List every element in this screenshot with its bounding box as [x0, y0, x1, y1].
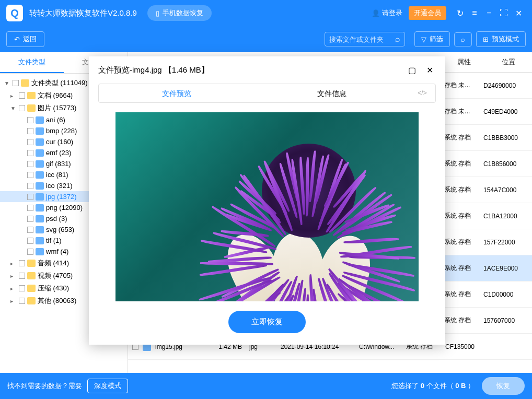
- tree-toggle-icon[interactable]: ▼: [4, 80, 10, 86]
- titlebar: Q 转转大师数据恢复软件V2.0.8.9 ▯ 手机数据恢复 👤 请登录 开通会员…: [0, 0, 532, 26]
- tree-checkbox[interactable]: [27, 194, 33, 200]
- tree-label: cur (160): [46, 138, 73, 146]
- tree-checkbox[interactable]: [27, 227, 33, 233]
- filter-icon: ▽: [421, 36, 426, 43]
- search-box[interactable]: ⌕: [325, 32, 405, 46]
- tree-checkbox[interactable]: [19, 285, 25, 291]
- tree-label: bmp (228): [46, 127, 77, 135]
- modal-maximize-icon[interactable]: ▢: [406, 64, 418, 76]
- tree-toggle-icon[interactable]: ▸: [10, 261, 17, 266]
- cell-pos: 157607000: [483, 317, 528, 324]
- cell-attr: 系统 存档: [444, 264, 483, 273]
- modal-tab-preview[interactable]: 文件预览: [99, 84, 254, 102]
- vip-button[interactable]: 开通会员: [409, 6, 446, 20]
- tree-toggle-icon[interactable]: ▸: [10, 298, 17, 304]
- tree-label: 音频 (414): [38, 259, 69, 268]
- tree-checkbox[interactable]: [19, 92, 25, 99]
- folder-icon: [21, 79, 29, 87]
- file-type-icon: [36, 193, 44, 201]
- tree-checkbox[interactable]: [27, 139, 33, 145]
- cell-attr: 系统 存档: [444, 133, 483, 142]
- cell-attr: 系统 存档: [444, 238, 483, 247]
- deep-mode-button[interactable]: 深度模式: [87, 379, 128, 393]
- tree-checkbox[interactable]: [27, 128, 33, 134]
- cell-pos: 1ACE9E000: [483, 265, 528, 272]
- toolbar: ↶ 返回 ⌕ ▽ 筛选 ⌕ ⊞ 预览模式: [0, 26, 532, 52]
- tree-toggle-icon[interactable]: ▼: [10, 105, 17, 111]
- tree-label: icc (81): [46, 171, 68, 179]
- preview-image: [115, 112, 419, 301]
- tab-file-type[interactable]: 文件类型: [0, 52, 64, 73]
- tree-checkbox[interactable]: [27, 238, 33, 244]
- maximize-icon[interactable]: ⛶: [496, 6, 511, 20]
- col-pos[interactable]: 位置: [485, 52, 532, 72]
- tree-toggle-icon[interactable]: ▸: [10, 93, 17, 99]
- login-link[interactable]: 👤 请登录: [372, 8, 402, 18]
- tree-toggle-icon[interactable]: ▸: [10, 273, 17, 279]
- tree-checkbox[interactable]: [27, 117, 33, 123]
- tree-label: tif (1): [46, 237, 62, 244]
- tree-checkbox[interactable]: [19, 260, 25, 266]
- search-icon[interactable]: ⌕: [395, 34, 400, 44]
- inspect-button[interactable]: ⌕: [454, 32, 472, 46]
- cell-attr: 系统 存档: [444, 290, 483, 299]
- tree-checkbox[interactable]: [27, 216, 33, 222]
- tree-checkbox[interactable]: [19, 298, 25, 304]
- tree-label: jpg (1372): [46, 193, 77, 201]
- tree-label: psd (3): [46, 215, 67, 222]
- tree-label: wmf (4): [46, 248, 68, 255]
- tree-toggle-icon[interactable]: ▸: [10, 286, 17, 291]
- cell-attr: 存档 未...: [444, 107, 483, 116]
- selection-summary: 您选择了 0 个文件（ 0 B ）: [391, 381, 475, 391]
- modal-title: 文件预览-img4.jpg 【1.46 MB】: [98, 65, 400, 75]
- phone-icon: ▯: [156, 9, 159, 17]
- file-type-icon: [36, 149, 44, 157]
- tree-checkbox[interactable]: [27, 172, 33, 178]
- modal-tab-info[interactable]: 文件信息: [254, 84, 409, 102]
- tree-checkbox[interactable]: [19, 105, 25, 111]
- tree-checkbox[interactable]: [27, 183, 33, 189]
- folder-icon: [27, 260, 36, 267]
- folder-icon: [27, 92, 36, 99]
- file-type-icon: [36, 127, 44, 135]
- tree-checkbox[interactable]: [27, 161, 33, 167]
- col-attr[interactable]: 属性: [443, 52, 485, 72]
- folder-icon: [27, 297, 36, 304]
- not-found-text: 找不到需要的数据？需要: [7, 381, 82, 391]
- tree-label: emf (23): [46, 149, 71, 157]
- tree-checkbox[interactable]: [27, 205, 33, 211]
- tree-label: ani (6): [46, 116, 65, 124]
- cell-pos: CF135000: [445, 343, 490, 350]
- close-icon[interactable]: ✕: [511, 6, 526, 20]
- tree-label: ico (321): [46, 182, 73, 190]
- tree-label: 图片 (15773): [38, 103, 76, 113]
- cell-pos: 157F22000: [483, 239, 528, 246]
- tree-label: png (12090): [46, 204, 83, 212]
- tree-checkbox[interactable]: [13, 80, 19, 86]
- minimize-icon[interactable]: −: [482, 6, 496, 20]
- recover-button[interactable]: 恢复: [482, 377, 525, 395]
- cell-pos: C1D00000: [483, 291, 528, 298]
- modal-close-icon[interactable]: ✕: [423, 64, 436, 76]
- menu-icon[interactable]: ≡: [467, 6, 482, 20]
- back-button[interactable]: ↶ 返回: [6, 31, 44, 47]
- tree-checkbox[interactable]: [19, 273, 25, 279]
- tree-label: 其他 (80063): [38, 296, 76, 306]
- file-type-icon: [36, 160, 44, 168]
- cell-pos: C1BA12000: [483, 213, 528, 220]
- preview-area: [98, 112, 436, 301]
- file-type-icon: [36, 226, 44, 233]
- modal-tab-code[interactable]: </>: [409, 84, 435, 102]
- search-input[interactable]: [329, 36, 392, 43]
- tree-label: 压缩 (430): [38, 284, 69, 293]
- restore-now-button[interactable]: 立即恢复: [228, 311, 306, 333]
- refresh-icon[interactable]: ↻: [453, 6, 467, 20]
- preview-mode-button[interactable]: ⊞ 预览模式: [476, 31, 526, 47]
- file-type-icon: [36, 248, 44, 255]
- cell-attr: 存档 未...: [444, 81, 483, 90]
- phone-recovery-button[interactable]: ▯ 手机数据恢复: [147, 5, 212, 21]
- tree-checkbox[interactable]: [27, 150, 33, 156]
- filter-button[interactable]: ▽ 筛选: [414, 31, 450, 47]
- folder-icon: [27, 272, 36, 279]
- tree-checkbox[interactable]: [27, 249, 33, 255]
